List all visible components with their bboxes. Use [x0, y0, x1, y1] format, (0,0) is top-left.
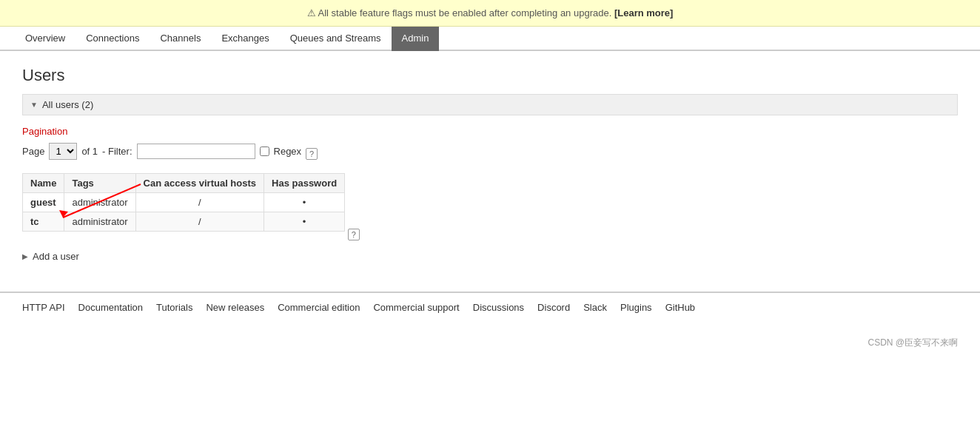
- collapse-icon: ▼: [30, 101, 38, 109]
- footer: HTTP API Documentation Tutorials New rel…: [0, 292, 980, 322]
- col-tags: Tags: [64, 174, 135, 193]
- learn-more-link[interactable]: [Learn more]: [614, 7, 673, 18]
- users-table: Name Tags Can access virtual hosts Has p…: [22, 173, 345, 232]
- all-users-header[interactable]: ▼ All users (2): [22, 94, 958, 115]
- footer-commercial-edition[interactable]: Commercial edition: [278, 302, 360, 313]
- footer-new-releases[interactable]: New releases: [206, 302, 264, 313]
- nav-overview[interactable]: Overview: [15, 27, 75, 51]
- footer-commercial-support[interactable]: Commercial support: [373, 302, 459, 313]
- footer-http-api[interactable]: HTTP API: [22, 302, 65, 313]
- footer-tutorials[interactable]: Tutorials: [156, 302, 192, 313]
- regex-label: Regex: [274, 146, 302, 157]
- section-header-label: All users (2): [42, 99, 93, 110]
- footer-github[interactable]: GitHub: [665, 302, 695, 313]
- regex-checkbox[interactable]: [260, 146, 269, 156]
- page-select[interactable]: 1: [49, 143, 77, 160]
- footer-plugins[interactable]: Plugins: [620, 302, 652, 313]
- tc-vhosts: /: [135, 212, 264, 232]
- main-nav: Overview Connections Channels Exchanges …: [0, 27, 980, 51]
- nav-admin[interactable]: Admin: [392, 27, 440, 51]
- warning-icon: ⚠: [307, 7, 316, 18]
- col-name: Name: [23, 174, 64, 193]
- footer-documentation[interactable]: Documentation: [78, 302, 143, 313]
- guest-tags: administrator: [64, 193, 135, 212]
- main-content: Users ▼ All users (2) Pagination Page 1 …: [0, 51, 980, 277]
- of-label: of 1: [81, 146, 98, 157]
- table-row: tc administrator / •: [23, 212, 345, 232]
- tc-tags: administrator: [64, 212, 135, 232]
- watermark: CSDN @臣妾写不来啊: [0, 322, 980, 357]
- users-table-wrapper: Name Tags Can access virtual hosts Has p…: [22, 173, 345, 238]
- filter-row: Page 1 of 1 - Filter: Regex ?: [22, 143, 958, 160]
- footer-slack[interactable]: Slack: [583, 302, 607, 313]
- footer-discussions[interactable]: Discussions: [473, 302, 524, 313]
- filter-label: - Filter:: [102, 146, 132, 157]
- nav-queues-and-streams[interactable]: Queues and Streams: [280, 27, 392, 51]
- add-user-label: Add a user: [33, 251, 79, 262]
- col-has-password: Has password: [264, 174, 345, 193]
- guest-vhosts: /: [135, 193, 264, 212]
- user-guest-link[interactable]: guest: [30, 197, 56, 208]
- table-help-icon[interactable]: ?: [348, 229, 360, 240]
- banner-text: All stable feature flags must be enabled…: [318, 7, 612, 18]
- page-title: Users: [22, 66, 958, 85]
- nav-exchanges[interactable]: Exchanges: [211, 27, 279, 51]
- nav-connections[interactable]: Connections: [75, 27, 150, 51]
- nav-channels[interactable]: Channels: [150, 27, 211, 51]
- col-virtual-hosts: Can access virtual hosts: [135, 174, 264, 193]
- upgrade-banner: ⚠ All stable feature flags must be enabl…: [0, 0, 980, 27]
- guest-password: •: [264, 193, 345, 212]
- footer-discord[interactable]: Discord: [537, 302, 570, 313]
- expand-icon: ▶: [22, 252, 28, 260]
- filter-input[interactable]: [137, 144, 255, 159]
- regex-help-icon[interactable]: ?: [306, 148, 318, 160]
- user-tc-link[interactable]: tc: [30, 216, 39, 227]
- table-row: guest administrator / •: [23, 193, 345, 212]
- tc-password: •: [264, 212, 345, 232]
- add-user-section[interactable]: ▶ Add a user: [22, 251, 958, 262]
- page-label: Page: [22, 146, 44, 157]
- pagination-label: Pagination: [22, 126, 958, 137]
